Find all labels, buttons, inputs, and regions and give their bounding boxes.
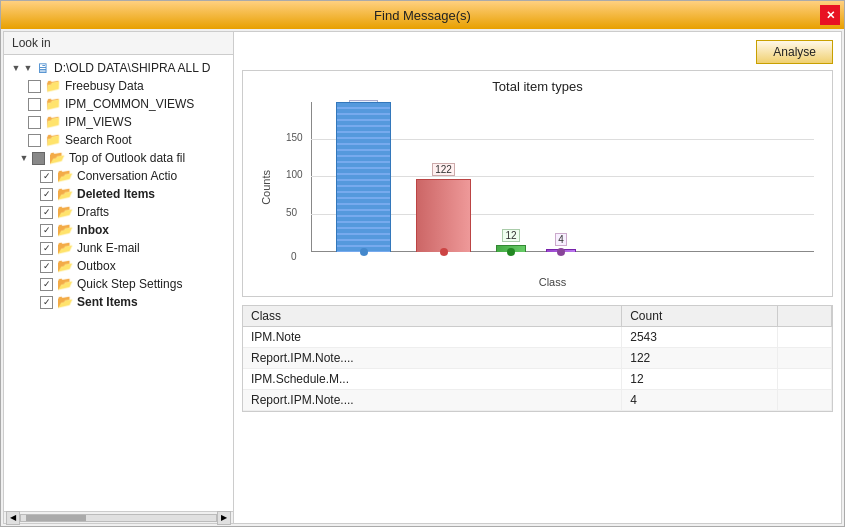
tree-item-ipm-views[interactable]: 📁 IPM_VIEWS <box>6 113 231 131</box>
table-row: Report.IPM.Note....122 <box>243 348 832 369</box>
table-cell-class: IPM.Note <box>243 327 622 348</box>
table-cell-class: Report.IPM.Note.... <box>243 348 622 369</box>
label-ipm-views: IPM_VIEWS <box>65 114 132 130</box>
table-cell-count: 122 <box>622 348 778 369</box>
checkbox-sent[interactable] <box>40 296 53 309</box>
server-icon: 🖥 <box>36 60 50 76</box>
tree-item-deleted[interactable]: 📂 Deleted Items <box>6 185 231 203</box>
folder-icon-deleted: 📂 <box>57 188 73 200</box>
folder-icon-ipm-common: 📁 <box>45 98 61 110</box>
tree-item-conversation[interactable]: 📂 Conversation Actio <box>6 167 231 185</box>
tree-item-root[interactable]: ▼ ▼ 🖥 D:\OLD DATA\SHIPRA ALL D <box>6 59 231 77</box>
grid-area: 150 100 50 0 <box>311 102 814 252</box>
folder-icon-conversation: 📂 <box>57 170 73 182</box>
col-header-count: Count <box>622 306 778 327</box>
chart-area: Total item types Counts <box>242 70 833 297</box>
expand-icon-root2[interactable]: ▼ <box>22 62 34 74</box>
x-axis-label: Class <box>281 276 824 288</box>
window-title: Find Message(s) <box>374 8 471 23</box>
chart-plot: 150 100 50 0 <box>281 102 824 272</box>
table-cell-count: 4 <box>622 390 778 411</box>
folder-icon-quickstep: 📂 <box>57 278 73 290</box>
ytick-100: 100 <box>286 169 303 180</box>
table-cell-count: 2543 <box>622 327 778 348</box>
label-quickstep: Quick Step Settings <box>77 276 182 292</box>
folder-icon-search-root: 📁 <box>45 134 61 146</box>
checkbox-top-outlook[interactable] <box>32 152 45 165</box>
table-cell-class: Report.IPM.Note.... <box>243 390 622 411</box>
checkbox-inbox[interactable] <box>40 224 53 237</box>
col-header-empty <box>777 306 831 327</box>
folder-icon-junk: 📂 <box>57 242 73 254</box>
tree-item-search-root[interactable]: 📁 Search Root <box>6 131 231 149</box>
tree-item-sent[interactable]: 📂 Sent Items <box>6 293 231 311</box>
expand-icon-root[interactable]: ▼ <box>10 62 22 74</box>
y-axis-label: Counts <box>260 170 272 205</box>
folder-icon-freebusy: 📁 <box>45 80 61 92</box>
folder-icon-sent: 📂 <box>57 296 73 308</box>
scroll-right-btn[interactable]: ▶ <box>217 511 231 525</box>
title-bar: Find Message(s) ✕ <box>1 1 844 29</box>
tree-item-ipm-common[interactable]: 📁 IPM_COMMON_VIEWS <box>6 95 231 113</box>
label-search-root: Search Root <box>65 132 132 148</box>
checkbox-deleted[interactable] <box>40 188 53 201</box>
bar-1 <box>336 102 391 252</box>
ytick-0: 0 <box>291 251 297 262</box>
label-inbox: Inbox <box>77 222 109 238</box>
ytick-50: 50 <box>286 207 297 218</box>
checkbox-drafts[interactable] <box>40 206 53 219</box>
tree-view[interactable]: ▼ ▼ 🖥 D:\OLD DATA\SHIPRA ALL D 📁 Freebus… <box>4 55 233 511</box>
tree-item-top-outlook[interactable]: ▼ 📂 Top of Outlook data fil <box>6 149 231 167</box>
label-conversation: Conversation Actio <box>77 168 177 184</box>
main-window: Find Message(s) ✕ Look in ▼ ▼ 🖥 D:\OLD D… <box>0 0 845 527</box>
scrollbar-track[interactable] <box>20 514 217 522</box>
checkbox-freebusy[interactable] <box>28 80 41 93</box>
table-row: IPM.Schedule.M...12 <box>243 369 832 390</box>
close-button[interactable]: ✕ <box>820 5 840 25</box>
scrollbar-thumb[interactable] <box>26 515 86 521</box>
label-sent: Sent Items <box>77 294 138 310</box>
label-freebusy: Freebusy Data <box>65 78 144 94</box>
folder-icon-outbox: 📂 <box>57 260 73 272</box>
horizontal-scrollbar[interactable]: ◀ ▶ <box>4 511 233 523</box>
checkbox-search-root[interactable] <box>28 134 41 147</box>
root-label: D:\OLD DATA\SHIPRA ALL D <box>54 60 211 76</box>
table-cell-empty <box>777 327 831 348</box>
bar-wrapper-3: 12 <box>491 245 531 253</box>
tree-item-inbox[interactable]: 📂 Inbox <box>6 221 231 239</box>
tree-item-freebusy[interactable]: 📁 Freebusy Data <box>6 77 231 95</box>
checkbox-outbox[interactable] <box>40 260 53 273</box>
table-cell-count: 12 <box>622 369 778 390</box>
checkbox-conversation[interactable] <box>40 170 53 183</box>
col-header-class: Class <box>243 306 622 327</box>
folder-icon-drafts: 📂 <box>57 206 73 218</box>
scroll-left-btn[interactable]: ◀ <box>6 511 20 525</box>
checkbox-quickstep[interactable] <box>40 278 53 291</box>
checkbox-junk[interactable] <box>40 242 53 255</box>
label-ipm-common: IPM_COMMON_VIEWS <box>65 96 194 112</box>
chart-title: Total item types <box>251 79 824 94</box>
tree-item-drafts[interactable]: 📂 Drafts <box>6 203 231 221</box>
y-axis-container: Counts <box>251 102 281 272</box>
label-outbox: Outbox <box>77 258 116 274</box>
expand-top-outlook[interactable]: ▼ <box>18 152 30 164</box>
table-cell-class: IPM.Schedule.M... <box>243 369 622 390</box>
bar-label-2: 122 <box>432 163 455 176</box>
checkbox-ipm-views[interactable] <box>28 116 41 129</box>
left-panel: Look in ▼ ▼ 🖥 D:\OLD DATA\SHIPRA ALL D 📁… <box>4 32 234 523</box>
tree-item-quickstep[interactable]: 📂 Quick Step Settings <box>6 275 231 293</box>
tree-item-junk[interactable]: 📂 Junk E-mail <box>6 239 231 257</box>
dot-3 <box>507 248 515 256</box>
dot-2 <box>440 248 448 256</box>
dot-1 <box>360 248 368 256</box>
analyse-button[interactable]: Analyse <box>756 40 833 64</box>
bar-wrapper-1: 2543 <box>331 102 396 252</box>
label-junk: Junk E-mail <box>77 240 140 256</box>
table-cell-empty <box>777 348 831 369</box>
tree-item-outbox[interactable]: 📂 Outbox <box>6 257 231 275</box>
look-in-label: Look in <box>4 32 233 55</box>
folder-icon-ipm-views: 📁 <box>45 116 61 128</box>
bar-wrapper-4: 4 <box>541 249 581 252</box>
checkbox-ipm-common[interactable] <box>28 98 41 111</box>
table-cell-empty <box>777 369 831 390</box>
